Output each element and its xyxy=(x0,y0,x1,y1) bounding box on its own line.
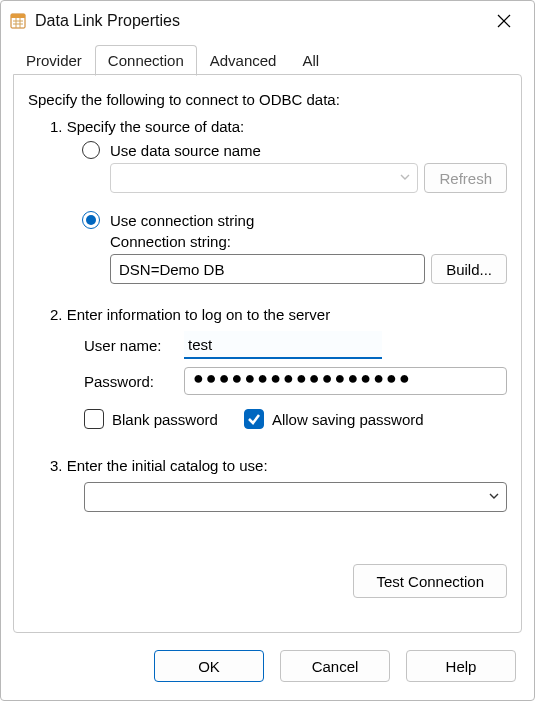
intro-text: Specify the following to connect to ODBC… xyxy=(28,91,507,108)
tab-connection[interactable]: Connection xyxy=(95,45,197,76)
window-title: Data Link Properties xyxy=(35,12,484,30)
dialog-window: Data Link Properties Provider Connection… xyxy=(0,0,535,701)
radio-cs-label: Use connection string xyxy=(110,212,254,229)
cs-label: Connection string: xyxy=(110,233,507,250)
blank-password-label: Blank password xyxy=(112,411,218,428)
radio-connection-string[interactable] xyxy=(82,211,100,229)
app-icon xyxy=(9,12,27,30)
allow-saving-checkbox[interactable]: Allow saving password xyxy=(244,409,424,429)
chevron-down-icon xyxy=(399,171,411,186)
step2-label: 2. Enter information to log on to the se… xyxy=(50,306,507,323)
checkbox-icon xyxy=(84,409,104,429)
chevron-down-icon xyxy=(488,490,500,505)
connection-string-input[interactable] xyxy=(110,254,425,284)
step1-label: 1. Specify the source of data: xyxy=(50,118,507,135)
cancel-button[interactable]: Cancel xyxy=(280,650,390,682)
dsn-combo xyxy=(110,163,418,193)
title-bar: Data Link Properties xyxy=(1,1,534,41)
step3-label: 3. Enter the initial catalog to use: xyxy=(50,457,507,474)
dialog-footer: OK Cancel Help xyxy=(1,634,534,700)
username-input[interactable] xyxy=(184,331,382,359)
checkbox-icon xyxy=(244,409,264,429)
tab-provider[interactable]: Provider xyxy=(13,45,95,76)
help-button[interactable]: Help xyxy=(406,650,516,682)
password-mask: ●●●●●●●●●●●●●●●●● xyxy=(193,368,412,388)
allow-saving-label: Allow saving password xyxy=(272,411,424,428)
catalog-combo[interactable] xyxy=(84,482,507,512)
radio-dsn[interactable] xyxy=(82,141,100,159)
password-input[interactable]: ●●●●●●●●●●●●●●●●● xyxy=(184,367,507,395)
blank-password-checkbox[interactable]: Blank password xyxy=(84,409,218,429)
refresh-button: Refresh xyxy=(424,163,507,193)
tab-bar: Provider Connection Advanced All xyxy=(1,41,534,75)
close-icon xyxy=(497,14,511,28)
password-label: Password: xyxy=(84,373,184,390)
username-label: User name: xyxy=(84,337,184,354)
svg-rect-1 xyxy=(11,14,25,18)
radio-dsn-label: Use data source name xyxy=(110,142,261,159)
close-button[interactable] xyxy=(484,5,524,37)
test-connection-button[interactable]: Test Connection xyxy=(353,564,507,598)
tab-panel: Specify the following to connect to ODBC… xyxy=(13,74,522,633)
tab-all[interactable]: All xyxy=(289,45,332,76)
tab-advanced[interactable]: Advanced xyxy=(197,45,290,76)
ok-button[interactable]: OK xyxy=(154,650,264,682)
build-button[interactable]: Build... xyxy=(431,254,507,284)
